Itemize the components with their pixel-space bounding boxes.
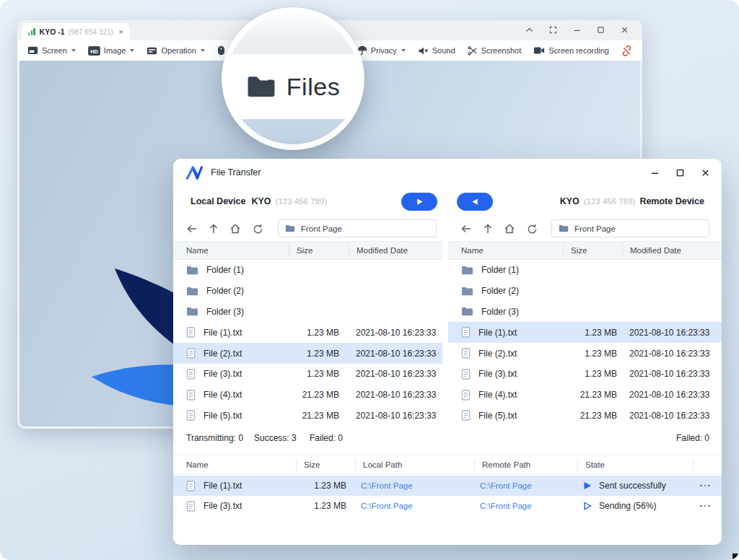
corner-artifact-square bbox=[733, 554, 739, 560]
file-date-cell: 2021-08-10 16:23:33 bbox=[349, 349, 442, 359]
file-date-cell: 2021-08-10 16:23:33 bbox=[349, 328, 442, 338]
hd-badge-icon: HD bbox=[88, 46, 100, 56]
local-panel-header: Name Size Modified Date bbox=[173, 241, 442, 260]
privacy-menu-button[interactable]: Privacy bbox=[357, 45, 406, 56]
column-header-size: Size bbox=[296, 459, 355, 471]
row-menu-button[interactable] bbox=[700, 505, 710, 507]
local-path-input[interactable]: Front Page bbox=[278, 219, 437, 237]
transfer-state-cell: Sent successfully bbox=[577, 481, 693, 491]
file-row[interactable]: File (1).txt1.23 MB2021-08-10 16:23:33 bbox=[173, 322, 442, 343]
send-to-local-button[interactable] bbox=[457, 193, 493, 211]
navigation-row: Front Page Front Page bbox=[173, 216, 722, 241]
screenshot-button[interactable]: Screenshot bbox=[468, 46, 522, 56]
remote-up-button[interactable] bbox=[481, 222, 495, 236]
tab-close-icon[interactable]: × bbox=[119, 28, 123, 36]
success-count: Success: 3 bbox=[254, 433, 297, 443]
close-icon[interactable] bbox=[620, 25, 629, 35]
remote-refresh-button[interactable] bbox=[525, 222, 539, 236]
local-file-list: Folder (1)Folder (2)Folder (3)File (1).t… bbox=[173, 260, 442, 426]
dialog-title-bar: File Transfer bbox=[173, 159, 722, 186]
sound-button[interactable]: Sound bbox=[418, 46, 455, 56]
fullscreen-icon[interactable] bbox=[548, 25, 558, 35]
device-row: Local Device KYO (123 456 789) KYO (123 … bbox=[173, 186, 722, 216]
file-row[interactable]: File (5).txt21.23 MB2021-08-10 16:23:33 bbox=[448, 406, 722, 426]
transfer-remote-path-link[interactable]: C:\Front Page bbox=[474, 481, 577, 490]
local-device-label: Local Device bbox=[191, 196, 245, 206]
folder-icon bbox=[461, 286, 473, 296]
file-icon bbox=[461, 390, 471, 401]
sending-state-icon bbox=[583, 502, 592, 510]
session-tab[interactable]: KYO -1 (987 654 321) × bbox=[22, 23, 130, 40]
file-date-cell: 2021-08-10 16:23:33 bbox=[622, 411, 722, 421]
file-row[interactable]: File (2).txt1.23 MB2021-08-10 16:23:33 bbox=[448, 343, 722, 364]
folder-row[interactable]: Folder (2) bbox=[173, 281, 442, 302]
file-date-cell: 2021-08-10 16:23:33 bbox=[622, 369, 722, 379]
disconnect-button[interactable] bbox=[621, 45, 632, 56]
screen-recording-button[interactable]: Screen recording bbox=[533, 46, 609, 55]
file-size-cell: 1.23 MB bbox=[563, 369, 622, 379]
chevron-down-icon bbox=[71, 49, 76, 52]
maximize-icon[interactable] bbox=[596, 25, 605, 35]
file-icon bbox=[461, 348, 471, 359]
files-zoom-bubble-content: Files bbox=[227, 13, 359, 144]
page-background: KYO -1 (987 654 321) × bbox=[0, 0, 739, 560]
folder-row[interactable]: Folder (3) bbox=[173, 302, 442, 323]
chevron-down-icon bbox=[401, 49, 406, 52]
folder-row[interactable]: Folder (2) bbox=[448, 281, 722, 302]
svg-text:HD: HD bbox=[90, 48, 98, 54]
collapse-chevron-icon[interactable] bbox=[525, 25, 534, 35]
files-button-magnified[interactable]: Files bbox=[227, 54, 359, 119]
folder-icon bbox=[246, 75, 276, 98]
file-icon bbox=[461, 327, 471, 338]
files-button-label: Files bbox=[287, 73, 340, 101]
transfer-row[interactable]: File (3).txt1.23 MBC:\Front PageC:\Front… bbox=[173, 496, 722, 516]
column-header-name: Name bbox=[173, 459, 296, 471]
local-refresh-button[interactable] bbox=[250, 222, 265, 236]
transfer-row[interactable]: File (1).txt1.23 MBC:\Front PageC:\Front… bbox=[173, 476, 722, 496]
dialog-title: File Transfer bbox=[211, 167, 261, 178]
operation-menu-button[interactable]: Operation bbox=[147, 46, 204, 55]
file-row[interactable]: File (5).txt21.23 MB2021-08-10 16:23:33 bbox=[173, 406, 442, 426]
anyviewer-logo-icon bbox=[185, 165, 204, 181]
file-date-cell: 2021-08-10 16:23:33 bbox=[622, 390, 722, 400]
maximize-icon[interactable] bbox=[675, 168, 685, 178]
file-row[interactable]: File (4).txt21.23 MB2021-08-10 16:23:33 bbox=[173, 385, 442, 406]
transfer-local-path-link[interactable]: C:\Front Page bbox=[355, 502, 474, 510]
transfer-local-path-link[interactable]: C:\Front Page bbox=[355, 481, 474, 490]
remote-home-button[interactable] bbox=[502, 222, 517, 236]
file-name-cell: Folder (2) bbox=[173, 286, 289, 296]
file-row[interactable]: File (4).txt21.23 MB2021-08-10 16:23:33 bbox=[448, 385, 722, 406]
file-row[interactable]: File (2).txt1.23 MB2021-08-10 16:23:33 bbox=[173, 343, 442, 364]
folder-row[interactable]: Folder (3) bbox=[448, 302, 722, 323]
minimize-icon[interactable] bbox=[650, 168, 660, 178]
folder-row[interactable]: Folder (1) bbox=[173, 260, 442, 281]
file-transfer-dialog: File Transfer Local Device KYO (123 456 … bbox=[173, 159, 722, 545]
folder-row[interactable]: Folder (1) bbox=[448, 260, 722, 281]
play-left-icon bbox=[471, 198, 479, 206]
transfer-remote-path-link[interactable]: C:\Front Page bbox=[474, 502, 577, 510]
column-header-size: Size bbox=[563, 245, 622, 256]
local-back-button[interactable] bbox=[185, 222, 199, 236]
dialog-window-controls bbox=[650, 168, 710, 178]
remote-device-group: KYO (123 456 789) Remote Device bbox=[560, 196, 704, 206]
row-menu-button[interactable] bbox=[700, 485, 710, 487]
local-up-button[interactable] bbox=[206, 222, 221, 236]
session-tab-device-id: (987 654 321) bbox=[69, 28, 113, 36]
remote-back-button[interactable] bbox=[459, 222, 473, 236]
file-row[interactable]: File (3).txt1.23 MB2021-08-10 16:23:33 bbox=[173, 364, 442, 385]
remote-path-input[interactable]: Front Page bbox=[551, 219, 709, 237]
minimize-icon[interactable] bbox=[572, 25, 582, 35]
image-menu-button[interactable]: HD Image bbox=[88, 46, 135, 56]
transfer-state-cell: Sending (56%) bbox=[577, 501, 693, 511]
local-home-button[interactable] bbox=[228, 222, 242, 236]
screen-menu-button[interactable]: Screen bbox=[27, 46, 76, 55]
signal-bars-icon bbox=[28, 28, 35, 35]
file-row[interactable]: File (3).txt1.23 MB2021-08-10 16:23:33 bbox=[448, 364, 722, 385]
file-row[interactable]: File (1).txt1.23 MB2021-08-10 16:23:33 bbox=[448, 322, 722, 343]
send-to-remote-button[interactable] bbox=[401, 193, 437, 211]
transfer-size-cell: 1.23 MB bbox=[296, 501, 355, 511]
transfer-status-row: Transmitting: 0 Success: 3 Failed: 0 Fai… bbox=[173, 433, 722, 446]
close-icon[interactable] bbox=[701, 168, 710, 178]
file-name-cell: File (4).txt bbox=[173, 390, 289, 401]
file-icon bbox=[186, 348, 196, 359]
